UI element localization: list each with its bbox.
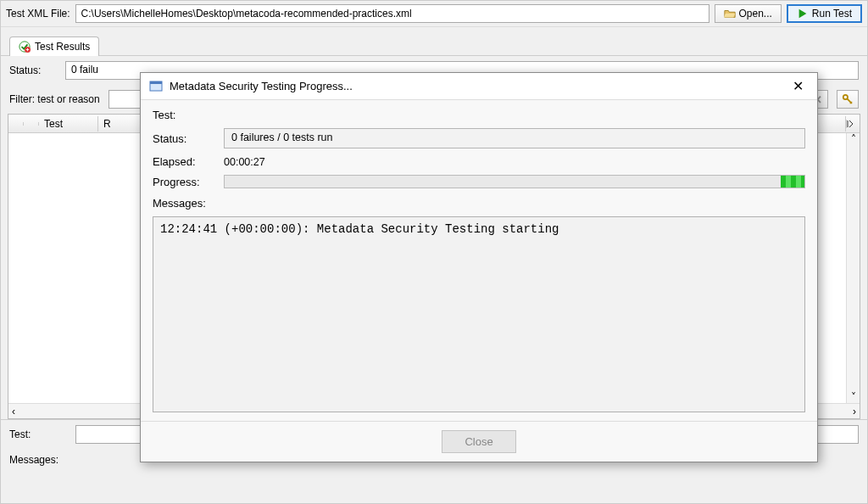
dlg-status-label: Status: <box>153 132 214 145</box>
dialog-close-button[interactable]: ✕ <box>787 78 809 94</box>
dlg-progress-label: Progress: <box>153 176 214 188</box>
tab-test-results[interactable]: Test Results <box>9 36 99 56</box>
open-button-label: Open... <box>739 8 772 20</box>
col-selector[interactable] <box>8 122 24 126</box>
dialog-titlebar: Metadata Security Testing Progress... ✕ <box>141 73 817 100</box>
filter-label: Filter: test or reason <box>9 93 100 105</box>
col-status-icon[interactable] <box>24 122 39 126</box>
svg-marker-0 <box>798 9 806 19</box>
svg-rect-5 <box>150 81 162 84</box>
dlg-status-box: 0 failures / 0 tests run <box>224 128 805 148</box>
scroll-down-icon[interactable]: ˅ <box>851 391 856 403</box>
scroll-left-icon[interactable]: ‹ <box>12 406 15 417</box>
progress-dialog: Metadata Security Testing Progress... ✕ … <box>140 72 818 462</box>
footer-messages-label: Messages: <box>9 454 67 466</box>
run-test-button-label: Run Test <box>812 8 852 20</box>
dialog-close-action-button: Close <box>442 430 515 453</box>
dlg-messages-label: Messages: <box>153 197 805 210</box>
status-label: Status: <box>9 64 57 76</box>
progress-bar <box>224 175 805 188</box>
columns-pager-icon[interactable] <box>846 120 860 128</box>
file-label: Test XML File: <box>6 8 70 20</box>
dialog-title: Metadata Security Testing Progress... <box>170 80 353 92</box>
dlg-messages-box: 12:24:41 (+00:00:00): Metadata Security … <box>153 216 805 412</box>
footer-test-label: Test: <box>9 428 67 440</box>
dialog-body: Test: Status: 0 failures / 0 tests run E… <box>141 100 817 421</box>
close-icon: ✕ <box>793 79 804 93</box>
play-icon <box>797 8 809 20</box>
open-button[interactable]: Open... <box>715 4 782 23</box>
scroll-up-icon[interactable]: ˄ <box>851 133 856 145</box>
dlg-elapsed-value: 00:00:27 <box>224 156 265 168</box>
filter-options-button[interactable] <box>837 90 859 109</box>
vertical-scrollbar[interactable]: ˄ ˅ <box>846 133 860 403</box>
key-icon <box>842 93 854 105</box>
scroll-right-icon[interactable]: › <box>853 406 856 417</box>
top-toolbar: Test XML File: Open... Run Test <box>1 1 867 27</box>
dlg-elapsed-label: Elapsed: <box>153 155 214 168</box>
progress-indicator <box>781 176 804 188</box>
file-path-input[interactable] <box>75 4 709 23</box>
dlg-test-label: Test: <box>153 109 214 121</box>
results-icon <box>19 41 31 53</box>
folder-open-icon <box>724 8 736 20</box>
tab-strip: Test Results <box>1 27 867 56</box>
col-test[interactable]: Test <box>39 116 98 132</box>
run-test-button[interactable]: Run Test <box>787 4 862 23</box>
dialog-footer: Close <box>141 421 817 462</box>
app-icon <box>149 80 163 93</box>
tab-label: Test Results <box>35 41 90 53</box>
